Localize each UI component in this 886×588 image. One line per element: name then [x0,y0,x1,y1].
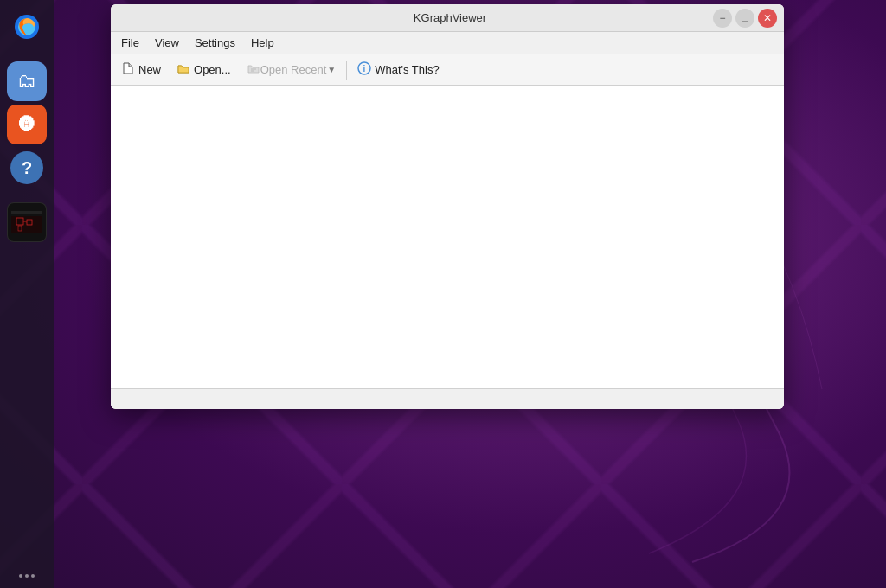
taskbar-dots [19,574,35,578]
new-button-label: New [138,63,161,76]
open-recent-button[interactable]: Open Recent ▼ [240,59,343,80]
open-recent-arrow-icon: ▼ [327,65,336,74]
taskbar-icon-firefox[interactable] [7,7,47,47]
taskbar-divider-1 [10,54,44,54]
menu-file-label: File [121,36,139,49]
toolbar-separator [346,61,347,80]
content-area[interactable] [111,86,784,388]
open-button[interactable]: Open... [170,59,238,80]
new-button[interactable]: New [114,59,168,80]
svg-rect-3 [11,211,42,214]
appstore-icon: 🅐 [19,116,35,134]
menu-file[interactable]: File [114,35,146,51]
taskbar-icon-appstore[interactable]: 🅐 [7,105,47,144]
preview-thumbnail [10,209,44,235]
status-bar [111,388,784,409]
whats-this-button-label: What's This? [375,63,440,76]
window-title: KGraphViewer [187,11,713,24]
menu-settings-label: Settings [195,36,235,49]
toolbar: New Open... [111,54,784,86]
svg-text:i: i [363,64,366,74]
folder-icon: 🗂 [17,70,36,93]
taskbar-divider-2 [10,195,44,195]
menu-settings[interactable]: Settings [188,35,242,51]
taskbar-icon-help[interactable]: ? [7,148,47,188]
menu-view[interactable]: View [148,35,186,51]
close-button[interactable]: ✕ [758,9,777,28]
kgraphviewer-window: KGraphViewer − □ ✕ File View Settings He… [111,4,784,409]
desktop: 🗂 🅐 ? [0,0,886,588]
new-document-icon [121,61,135,78]
minimize-button[interactable]: − [713,9,732,28]
open-button-label: Open... [194,63,231,76]
info-icon: i [357,61,371,78]
menu-help-label: Help [251,36,274,49]
firefox-icon [11,11,42,42]
maximize-button[interactable]: □ [735,9,754,28]
window-controls: − □ ✕ [713,9,777,28]
help-icon: ? [10,151,43,184]
taskbar-icon-preview[interactable] [7,202,47,242]
menu-help[interactable]: Help [244,35,281,51]
taskbar-icon-files[interactable]: 🗂 [7,61,47,101]
open-recent-icon [247,61,260,78]
menu-bar: File View Settings Help [111,32,784,54]
menu-view-label: View [155,36,179,49]
open-recent-button-label: Open Recent [260,63,327,76]
open-folder-icon [177,61,190,78]
taskbar: 🗂 🅐 ? [0,0,54,588]
title-bar: KGraphViewer − □ ✕ [111,4,784,32]
whats-this-button[interactable]: i What's This? [350,59,446,80]
